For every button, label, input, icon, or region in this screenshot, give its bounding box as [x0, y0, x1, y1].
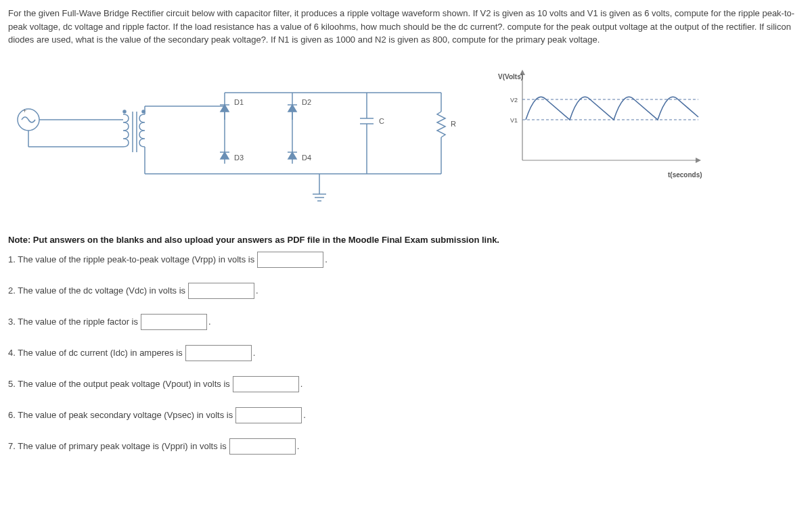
- q6-suffix: .: [303, 410, 306, 420]
- q5-input[interactable]: [233, 376, 299, 392]
- label-d4: D4: [302, 154, 311, 162]
- q7-input[interactable]: [229, 438, 296, 455]
- label-v2: V2: [510, 97, 518, 103]
- svg-marker-20: [288, 105, 296, 112]
- question-4: 4. The value of dc current (Idc) in ampe…: [8, 345, 804, 361]
- label-d3: D3: [234, 154, 244, 162]
- q7-text: 7. The value of primary peak voltage is …: [8, 441, 227, 451]
- svg-text:+: +: [23, 108, 26, 114]
- question-1: 1. The value of the ripple peak-to-peak …: [8, 252, 804, 268]
- question-3: 3. The value of the ripple factor is .: [8, 314, 804, 330]
- q3-input[interactable]: [141, 314, 207, 330]
- question-7: 7. The value of primary peak voltage is …: [8, 438, 804, 455]
- q4-input[interactable]: [185, 345, 252, 361]
- y-axis-label: V(Volts): [498, 73, 523, 80]
- q3-suffix: .: [208, 317, 211, 327]
- svg-marker-24: [221, 152, 229, 159]
- q1-input[interactable]: [257, 252, 323, 268]
- x-axis-label: t(seconds): [668, 171, 702, 179]
- problem-statement: For the given Full-Wave Bridge Rectifier…: [8, 7, 804, 47]
- waveform-diagram: V(Volts) V2 V1 t(seconds): [495, 66, 712, 187]
- question-5: 5. The value of the output peak voltage …: [8, 376, 804, 392]
- label-d2: D2: [302, 98, 311, 106]
- q6-text: 6. The value of peak secondary voltage (…: [8, 410, 233, 420]
- svg-marker-26: [288, 152, 296, 159]
- q6-input[interactable]: [235, 407, 302, 423]
- label-d1: D1: [234, 98, 244, 106]
- label-r: R: [451, 120, 456, 128]
- q3-text: 3. The value of the ripple factor is: [8, 317, 138, 327]
- svg-marker-45: [696, 158, 701, 163]
- q5-text: 5. The value of the output peak voltage …: [8, 379, 230, 389]
- svg-point-7: [123, 110, 126, 113]
- q5-suffix: .: [300, 379, 303, 389]
- q7-suffix: .: [297, 441, 300, 451]
- question-2: 2. The value of the dc voltage (Vdc) in …: [8, 283, 804, 299]
- q4-suffix: .: [253, 348, 256, 358]
- q2-input[interactable]: [188, 283, 254, 299]
- circuit-diagram: +: [8, 66, 468, 214]
- figure-row: +: [8, 66, 804, 214]
- q2-text: 2. The value of the dc voltage (Vdc) in …: [8, 285, 185, 296]
- question-6: 6. The value of peak secondary voltage (…: [8, 407, 804, 423]
- q2-suffix: .: [256, 285, 258, 296]
- q1-suffix: .: [325, 254, 328, 264]
- label-v1: V1: [510, 117, 518, 124]
- submission-note: Note: Put answers on the blanks and also…: [8, 235, 804, 245]
- q4-text: 4. The value of dc current (Idc) in ampe…: [8, 348, 183, 358]
- q1-text: 1. The value of the ripple peak-to-peak …: [8, 254, 254, 264]
- label-c: C: [379, 117, 384, 125]
